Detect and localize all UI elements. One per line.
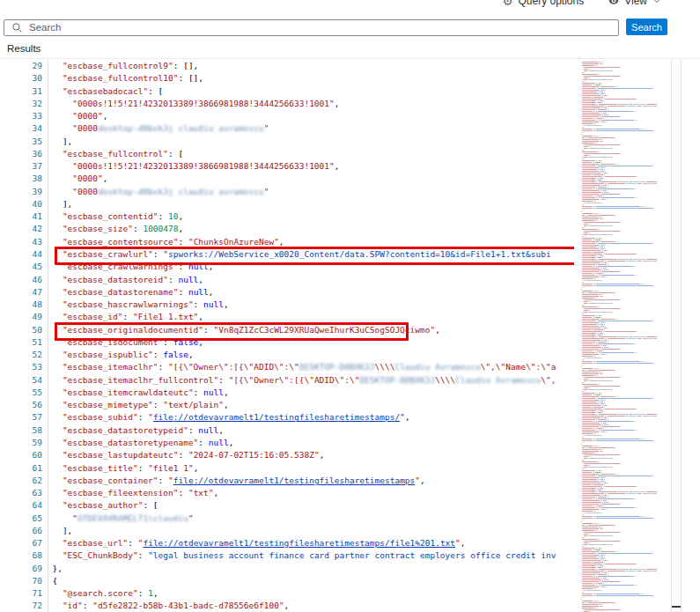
- minimap-line: [579, 354, 671, 355]
- minimap-mark: [582, 578, 600, 579]
- minimap-mark: [598, 523, 599, 524]
- minimap-mark: [601, 167, 604, 168]
- code-token: ,: [178, 211, 183, 221]
- code-token: ,: [218, 425, 224, 435]
- minimap-mark: [582, 486, 601, 487]
- code-link[interactable]: file://otdevavramelt1/testingfileshareti…: [143, 538, 455, 548]
- minimap-mark: [584, 379, 588, 380]
- code-token: "escbase_title": [63, 463, 138, 473]
- minimap-line: [579, 398, 671, 399]
- minimap-line: [579, 166, 671, 166]
- minimap-mark: [595, 453, 597, 453]
- code-link[interactable]: file://otdevavramelt1/testingfileshareti…: [173, 476, 416, 485]
- minimap-mark: [598, 187, 607, 188]
- minimap-mark: [595, 317, 601, 318]
- minimap-mark: [586, 292, 587, 293]
- search-input[interactable]: [4, 19, 619, 36]
- minimap-mark: [584, 301, 588, 302]
- minimap-mark: [593, 549, 594, 550]
- scrollbar[interactable]: [671, 60, 682, 612]
- minimap-mark: [582, 594, 591, 594]
- minimap-mark: [582, 262, 601, 263]
- minimap-mark: [608, 502, 609, 503]
- minimap-mark: [598, 321, 652, 321]
- scrollbar-thumb[interactable]: [672, 606, 681, 608]
- minimap-line: [579, 292, 671, 293]
- minimap-mark: [594, 511, 596, 512]
- redacted-text: Claudiu Avramescu: [455, 375, 541, 385]
- minimap-mark: [593, 266, 595, 267]
- minimap-mark: [604, 329, 605, 330]
- minimap-mark: [596, 507, 598, 508]
- minimap-line: [579, 430, 671, 431]
- minimap-line: [579, 247, 671, 247]
- minimap-line: [579, 583, 671, 584]
- minimap-line: [579, 173, 671, 173]
- minimap-mark: [601, 171, 604, 172]
- minimap-mark: [582, 347, 601, 348]
- code-line: 59 "escbase_datastoretypename": null,: [0, 437, 574, 449]
- minimap-mark: [584, 310, 588, 311]
- minimap-mark: [637, 486, 637, 487]
- minimap-mark: [603, 423, 606, 424]
- minimap-mark: [603, 176, 605, 177]
- code-line: 57 "escbase_subid": "file://otdevavramel…: [0, 411, 574, 424]
- query-options-button[interactable]: ⚙ Query options: [503, 0, 584, 7]
- view-dropdown[interactable]: View: [608, 0, 661, 7]
- minimap-mark: [601, 250, 603, 251]
- minimap-mark: [595, 298, 597, 299]
- code-line: 61 "escbase_title": "file1 1",: [0, 462, 574, 475]
- code-line: 50 "escbase_originaldocumentid": "Vn8qZ1…: [0, 324, 574, 336]
- minimap-line: [579, 595, 671, 596]
- minimap-mark: [601, 92, 603, 92]
- code-link[interactable]: file://otdevavramelt1/testingfileshareti…: [153, 412, 400, 422]
- minimap-mark: [597, 333, 599, 334]
- minimap-mark: [584, 532, 621, 533]
- minimap-mark: [654, 261, 656, 262]
- minimap-mark: [596, 266, 597, 267]
- minimap-mark: [584, 157, 587, 158]
- minimap-mark: [596, 594, 640, 594]
- minimap-mark: [596, 440, 653, 441]
- minimap-mark: [582, 424, 601, 425]
- minimap-mark: [582, 261, 604, 262]
- code-token: :: [138, 550, 148, 560]
- search-button[interactable]: Search: [626, 18, 667, 35]
- minimap-mark: [584, 303, 587, 304]
- minimap-mark: [635, 111, 636, 112]
- minimap-mark: [600, 245, 601, 246]
- minimap[interactable]: [574, 60, 671, 612]
- minimap-mark: [596, 130, 653, 131]
- code-token: ,: [198, 337, 203, 347]
- minimap-mark: [607, 113, 608, 114]
- minimap-mark: [582, 373, 598, 374]
- gear-icon: ⚙: [503, 0, 513, 7]
- minimap-mark: [582, 227, 584, 228]
- minimap-mark: [594, 433, 596, 434]
- minimap-mark: [582, 363, 593, 364]
- code-token: "escbase_fullcontrol9": [63, 61, 173, 70]
- minimap-mark: [582, 151, 597, 152]
- minimap-mark: [600, 396, 601, 397]
- minimap-mark: [582, 472, 592, 473]
- code-token: "escbase_crawlurl": [63, 249, 153, 259]
- minimap-mark: [596, 284, 640, 284]
- minimap-mark: [605, 338, 607, 339]
- code-token: :: [123, 312, 133, 321]
- minimap-line: [579, 394, 671, 395]
- minimap-mark: [608, 173, 608, 173]
- minimap-line: [579, 218, 671, 219]
- minimap-mark: [626, 493, 637, 494]
- code-token: false: [163, 350, 188, 359]
- minimap-line: [579, 86, 671, 87]
- minimap-mark: [582, 504, 598, 505]
- minimap-mark: [593, 472, 594, 473]
- code-token: :: [203, 325, 213, 335]
- line-number: 67: [0, 537, 42, 549]
- editor-code-area[interactable]: 29 "escbase_fullcontrol9": [],30 "escbas…: [0, 60, 574, 612]
- minimap-line: [579, 273, 671, 274]
- minimap-mark: [599, 104, 617, 105]
- minimap-mark: [612, 225, 613, 226]
- minimap-line: [579, 305, 671, 306]
- minimap-line: [579, 349, 671, 350]
